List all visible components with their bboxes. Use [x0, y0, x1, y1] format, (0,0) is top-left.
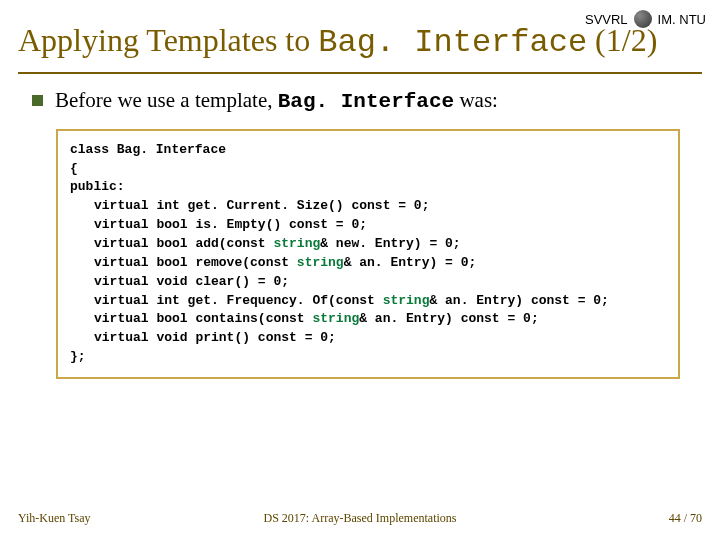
footer-author: Yih-Kuen Tsay [18, 511, 91, 526]
code-l6: virtual bool add(const string& new. Entr… [70, 236, 461, 251]
title-mono: Bag. Interface [318, 24, 587, 61]
header-org: SVVRL IM. NTU [585, 10, 706, 28]
bullet-icon [32, 95, 43, 106]
code-l9: virtual int get. Frequency. Of(const str… [70, 293, 609, 308]
code-l4: virtual int get. Current. Size() const =… [70, 198, 429, 213]
bullet-suffix: was: [454, 88, 498, 112]
bullet-prefix: Before we use a template, [55, 88, 278, 112]
body: Before we use a template, Bag. Interface… [0, 74, 720, 379]
code-l12: }; [70, 349, 86, 364]
org-right: IM. NTU [658, 12, 706, 27]
code-l7: virtual bool remove(const string& an. En… [70, 255, 476, 270]
bullet-text: Before we use a template, Bag. Interface… [55, 88, 498, 113]
title-prefix: Applying Templates to [18, 22, 318, 58]
footer-course: DS 2017: Array-Based Implementations [264, 511, 457, 526]
org-left: SVVRL [585, 12, 628, 27]
footer: Yih-Kuen Tsay DS 2017: Array-Based Imple… [0, 511, 720, 526]
code-box: class Bag. Interface { public: virtual i… [56, 129, 680, 379]
code-l10: virtual bool contains(const string& an. … [70, 311, 539, 326]
code-l8: virtual void clear() = 0; [70, 274, 289, 289]
code-l5: virtual bool is. Empty() const = 0; [70, 217, 367, 232]
bullet-item: Before we use a template, Bag. Interface… [32, 88, 688, 113]
logo-icon [634, 10, 652, 28]
code-l1: class Bag. Interface [70, 142, 226, 157]
code-l3: public: [70, 179, 125, 194]
bullet-mono: Bag. Interface [278, 90, 454, 113]
code-l2: { [70, 161, 78, 176]
code-l11: virtual void print() const = 0; [70, 330, 336, 345]
footer-page: 44 / 70 [669, 511, 702, 526]
